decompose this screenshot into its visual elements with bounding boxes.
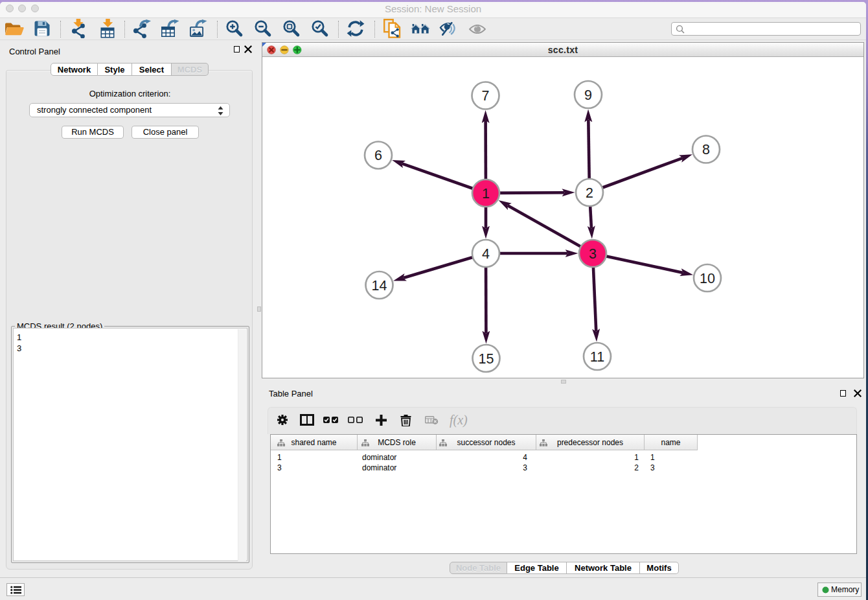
svg-text:15: 15: [479, 351, 494, 367]
svg-text:1: 1: [482, 186, 490, 202]
svg-text:7: 7: [482, 88, 490, 104]
svg-text:4: 4: [482, 246, 490, 262]
svg-text:6: 6: [374, 148, 382, 163]
svg-text:8: 8: [702, 142, 710, 157]
svg-text:14: 14: [372, 278, 387, 294]
svg-text:11: 11: [590, 349, 604, 365]
svg-text:10: 10: [700, 271, 715, 286]
svg-text:2: 2: [586, 185, 593, 201]
svg-text:3: 3: [589, 246, 597, 262]
svg-text:9: 9: [584, 87, 592, 103]
